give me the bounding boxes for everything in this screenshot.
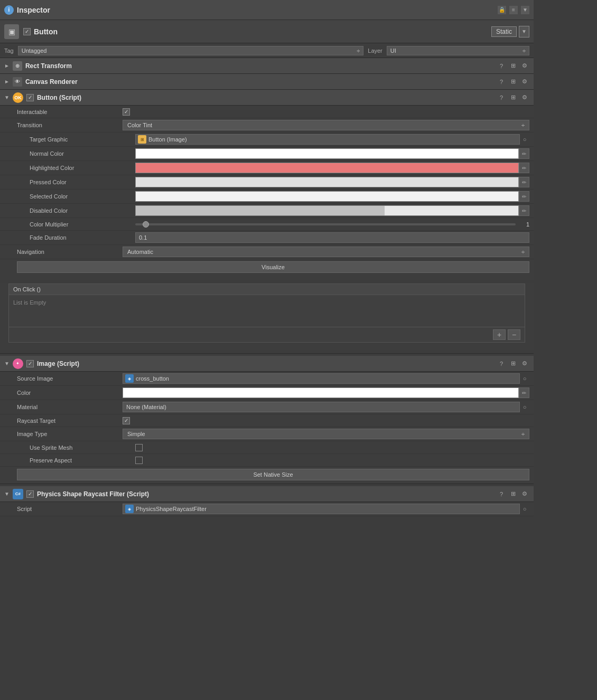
button-gear-button[interactable]: ⚙ (520, 93, 529, 102)
preserve-aspect-label: Preserve Aspect (30, 457, 135, 463)
raycast-target-checkbox[interactable]: ✓ (123, 417, 130, 424)
target-graphic-icon: ⊞ (138, 135, 146, 144)
color-multiplier-track (135, 223, 516, 225)
image-script-checkbox[interactable]: ✓ (26, 360, 34, 367)
image-script-icon: ✦ (13, 358, 23, 369)
selected-color-swatch[interactable] (135, 191, 519, 202)
preserve-aspect-row: Preserve Aspect (0, 454, 534, 467)
button-help-button[interactable]: ? (497, 93, 506, 102)
physics-script-section[interactable]: ▼ C# ✓ Physics Shape Raycast Filter (Scr… (0, 486, 534, 502)
rect-help-button[interactable]: ? (497, 61, 506, 71)
image-type-dropdown[interactable]: Simple ÷ (123, 429, 529, 439)
button-script-section[interactable]: ▼ OK ✓ Button (Script) ? ⊞ ⚙ (0, 90, 534, 106)
pressed-color-edit-btn[interactable]: ✏ (519, 177, 529, 187)
canvas-layout-button[interactable]: ⊞ (508, 77, 518, 87)
image-color-edit-btn[interactable]: ✏ (519, 387, 529, 398)
title-bar-actions: 🔒 ≡ ▼ (498, 6, 529, 14)
image-type-value: Simple ÷ (123, 429, 529, 439)
normal-color-label: Normal Color (30, 150, 135, 157)
set-native-size-button[interactable]: Set Native Size (17, 469, 529, 480)
menu-button[interactable]: ≡ (509, 6, 518, 14)
visualize-button[interactable]: Visualize (17, 261, 529, 273)
button-script-icon: OK (13, 92, 23, 103)
image-type-label: Image Type (17, 431, 123, 437)
onclick-add-button[interactable]: + (493, 329, 506, 340)
canvas-gear-button[interactable]: ⚙ (520, 77, 529, 87)
image-gear-button[interactable]: ⚙ (520, 359, 529, 368)
selected-color-edit-btn[interactable]: ✏ (519, 191, 529, 202)
physics-layout-button[interactable]: ⊞ (508, 489, 518, 499)
source-image-row: Source Image ◈ cross_button ○ (0, 372, 534, 386)
target-graphic-select-btn[interactable]: ○ (520, 135, 529, 144)
window-menu-button[interactable]: ▼ (521, 6, 529, 14)
rect-gear-button[interactable]: ⚙ (520, 61, 529, 71)
image-color-row: Color ✏ (0, 386, 534, 400)
physics-script-checkbox[interactable]: ✓ (26, 490, 34, 498)
layer-dropdown[interactable]: UI ÷ (387, 46, 529, 55)
canvas-help-button[interactable]: ? (497, 77, 506, 87)
preserve-aspect-checkbox[interactable] (135, 457, 143, 464)
highlighted-color-edit-btn[interactable]: ✏ (519, 163, 529, 173)
interactable-value: ✓ (123, 108, 529, 116)
source-image-value: ◈ cross_button ○ (123, 373, 529, 384)
physics-gear-button[interactable]: ⚙ (520, 489, 529, 499)
target-graphic-label: Target Graphic (30, 136, 135, 143)
tag-dropdown[interactable]: Untagged ÷ (18, 46, 364, 55)
image-color-value: ✏ (123, 387, 529, 398)
navigation-dropdown[interactable]: Automatic ÷ (123, 247, 529, 257)
image-layout-button[interactable]: ⊞ (508, 359, 518, 368)
button-properties: Interactable ✓ Transition Color Tint ÷ T… (0, 106, 534, 280)
pressed-color-swatch-row (135, 177, 519, 187)
image-help-button[interactable]: ? (497, 359, 506, 368)
static-button[interactable]: Static (491, 26, 517, 37)
inspector-icon: i (4, 5, 14, 15)
disabled-color-row: Disabled Color ✏ (0, 204, 534, 218)
physics-help-button[interactable]: ? (497, 489, 506, 499)
onclick-remove-button[interactable]: − (508, 329, 520, 340)
normal-color-swatch[interactable] (135, 148, 519, 159)
layer-label: Layer (368, 48, 383, 54)
fade-duration-label: Fade Duration (30, 234, 135, 241)
image-script-section[interactable]: ▼ ✦ ✓ Image (Script) ? ⊞ ⚙ (0, 356, 534, 372)
use-sprite-value (135, 444, 529, 451)
onclick-footer: + − (9, 327, 525, 342)
interactable-checkbox[interactable]: ✓ (123, 108, 130, 116)
pressed-color-swatch[interactable] (135, 177, 519, 187)
selected-color-value: ✏ (135, 191, 529, 202)
highlighted-color-swatch[interactable] (135, 163, 519, 173)
button-script-controls: ? ⊞ ⚙ (497, 93, 529, 102)
physics-script-select-btn[interactable]: ○ (520, 504, 529, 514)
button-script-checkbox[interactable]: ✓ (26, 94, 34, 101)
image-color-swatch[interactable] (123, 387, 519, 398)
color-multiplier-slider-row: 1 (135, 221, 529, 228)
highlighted-color-swatch-row (135, 163, 519, 173)
lock-button[interactable]: 🔒 (498, 6, 506, 14)
material-select-btn[interactable]: ○ (520, 402, 529, 412)
onclick-container: On Click () List is Empty + − (0, 283, 534, 350)
selected-color-label: Selected Color (30, 193, 135, 200)
interactable-row: Interactable ✓ (0, 106, 534, 118)
image-color-swatch-row (123, 387, 519, 398)
pressed-color-value: ✏ (135, 177, 529, 187)
color-multiplier-thumb[interactable] (143, 221, 149, 228)
source-image-select-btn[interactable]: ○ (520, 374, 529, 383)
transition-dropdown[interactable]: Color Tint ÷ (123, 120, 529, 130)
transition-value: Color Tint ÷ (123, 120, 529, 130)
use-sprite-checkbox[interactable] (135, 444, 143, 451)
rect-layout-button[interactable]: ⊞ (508, 61, 518, 71)
pressed-color-row: Pressed Color ✏ (0, 175, 534, 190)
disabled-color-edit-btn[interactable]: ✏ (519, 205, 529, 216)
material-label: Material (17, 404, 123, 410)
rect-transform-title: Rect Transform (25, 62, 497, 70)
visualize-row: Visualize (0, 259, 534, 280)
object-active-checkbox[interactable]: ✓ (23, 28, 31, 35)
canvas-renderer-section[interactable]: ► 👁 Canvas Renderer ? ⊞ ⚙ (0, 74, 534, 90)
rect-transform-section[interactable]: ► ⊕ Rect Transform ? ⊞ ⚙ (0, 58, 534, 74)
image-script-title: Image (Script) (37, 360, 497, 367)
static-dropdown-arrow[interactable]: ▼ (519, 26, 529, 37)
normal-color-edit-btn[interactable]: ✏ (519, 148, 529, 159)
fade-duration-input[interactable] (135, 232, 529, 243)
physics-script-title: Physics Shape Raycast Filter (Script) (37, 490, 497, 498)
image-script-arrow: ▼ (4, 361, 10, 366)
button-layout-button[interactable]: ⊞ (508, 93, 518, 102)
